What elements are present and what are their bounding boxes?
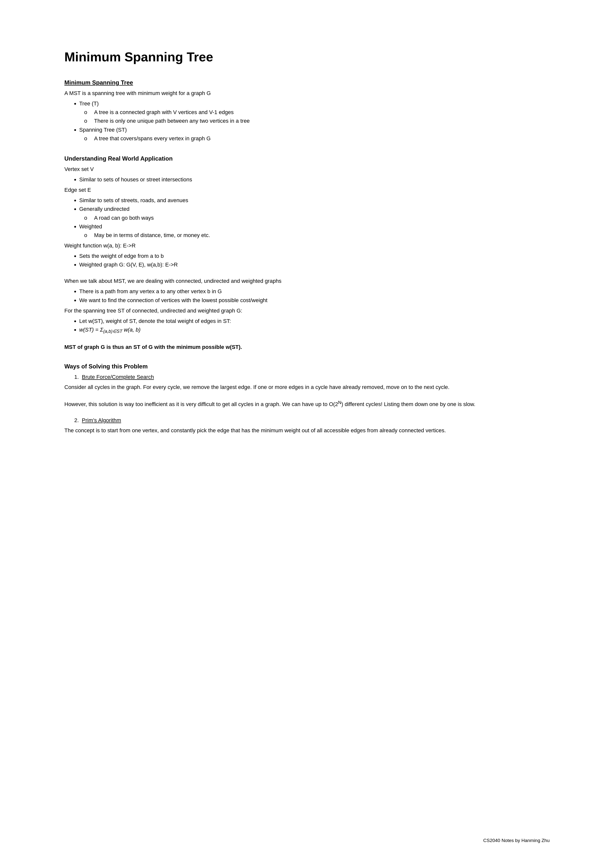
footer: CS2040 Notes by Hanming Zhu (483, 838, 550, 843)
weight-item2: Weighted graph G: G(V, E), w(a,b): E->R (79, 260, 550, 269)
section-understanding: Understanding Real World Application Ver… (64, 155, 550, 269)
ways-heading: Ways of Solving this Problem (64, 363, 550, 370)
edge-item3: Weighted May be in terms of distance, ti… (79, 222, 550, 240)
edge-sublist2: May be in terms of distance, time, or mo… (94, 231, 550, 240)
weight-function-label: Weight function w(a, b): E->R (64, 242, 550, 250)
edge-sub2: May be in terms of distance, time, or mo… (94, 231, 550, 240)
spanning-sublist: A tree that covers/spans every vertex in… (94, 134, 550, 143)
prims-desc: The concept is to start from one vertex,… (64, 426, 550, 434)
spanning-desc: For the spanning tree ST of connected, u… (64, 307, 550, 315)
edge-sub1: A road can go both ways (94, 214, 550, 222)
vertex-item1: Similar to sets of houses or street inte… (79, 175, 550, 184)
edge-set-label: Edge set E (64, 186, 550, 194)
tree-sub1: A tree is a connected graph with V verti… (94, 108, 550, 116)
brute-force-inefficient: However, this solution is way too ineffi… (64, 399, 550, 408)
vertex-set-label: Vertex set V (64, 165, 550, 173)
edge-item1: Similar to sets of streets, roads, and a… (79, 196, 550, 205)
spanning-sub1: A tree that covers/spans every vertex in… (94, 134, 550, 143)
spanning-formula-item: w(ST) = Σ(a,b)∈ST w(a, b) (79, 326, 550, 335)
prims-title: Prim’s Algorithm (82, 417, 121, 423)
vertex-list: Similar to sets of houses or street inte… (79, 175, 550, 184)
edge-sublist1: A road can go both ways (94, 214, 550, 222)
section-ways: Ways of Solving this Problem 1. Brute Fo… (64, 363, 550, 434)
spanning-formula: w(ST) = Σ(a,b)∈ST w(a, b) (79, 327, 140, 333)
mst-theorem: MST of graph G is thus an ST of G with t… (64, 343, 550, 351)
mst-list: Tree (T) A tree is a connected graph wit… (79, 99, 550, 143)
weight-list: Sets the weight of edge from a to b Weig… (79, 252, 550, 269)
page: Minimum Spanning Tree Minimum Spanning T… (0, 0, 614, 868)
mst-desc-item2: We want to find the connection of vertic… (79, 296, 550, 305)
edge-list: Similar to sets of streets, roads, and a… (79, 196, 550, 240)
weight-item1: Sets the weight of edge from a to b (79, 252, 550, 260)
spanning-list: Let w(ST), weight of ST, denote the tota… (79, 317, 550, 335)
brute-force-title: Brute Force/Complete Search (82, 374, 154, 380)
brute-force-heading: 1. Brute Force/Complete Search (74, 373, 550, 381)
brute-force-desc1: Consider all cycles in the graph. For ev… (64, 383, 550, 391)
understanding-heading: Understanding Real World Application (64, 155, 550, 162)
brute-force-section: 1. Brute Force/Complete Search Consider … (64, 373, 550, 391)
tree-item: Tree (T) A tree is a connected graph wit… (79, 99, 550, 126)
brute-force-desc2: However, this solution is way too ineffi… (64, 399, 550, 408)
edge-item2: Generally undirected A road can go both … (79, 205, 550, 222)
section-mst-theorem: MST of graph G is thus an ST of G with t… (64, 343, 550, 351)
section-mst-desc: When we talk about MST, we are dealing w… (64, 277, 550, 335)
tree-sublist: A tree is a connected graph with V verti… (94, 108, 550, 125)
tree-sub2: There is only one unique path between an… (94, 116, 550, 125)
page-title: Minimum Spanning Tree (64, 50, 550, 64)
prims-section: 2. Prim’s Algorithm The concept is to st… (64, 416, 550, 434)
prims-heading: 2. Prim’s Algorithm (74, 416, 550, 424)
mst-desc-list: There is a path from any vertex a to any… (79, 287, 550, 304)
mst-desc-item1: There is a path from any vertex a to any… (79, 287, 550, 296)
spanning-item1: Let w(ST), weight of ST, denote the tota… (79, 317, 550, 326)
mst-desc1: When we talk about MST, we are dealing w… (64, 277, 550, 285)
mst-intro: A MST is a spanning tree with minimum we… (64, 89, 550, 97)
section-mst: Minimum Spanning Tree A MST is a spannin… (64, 79, 550, 143)
section-heading-mst: Minimum Spanning Tree (64, 79, 550, 86)
spanning-tree-item: Spanning Tree (ST) A tree that covers/sp… (79, 126, 550, 143)
